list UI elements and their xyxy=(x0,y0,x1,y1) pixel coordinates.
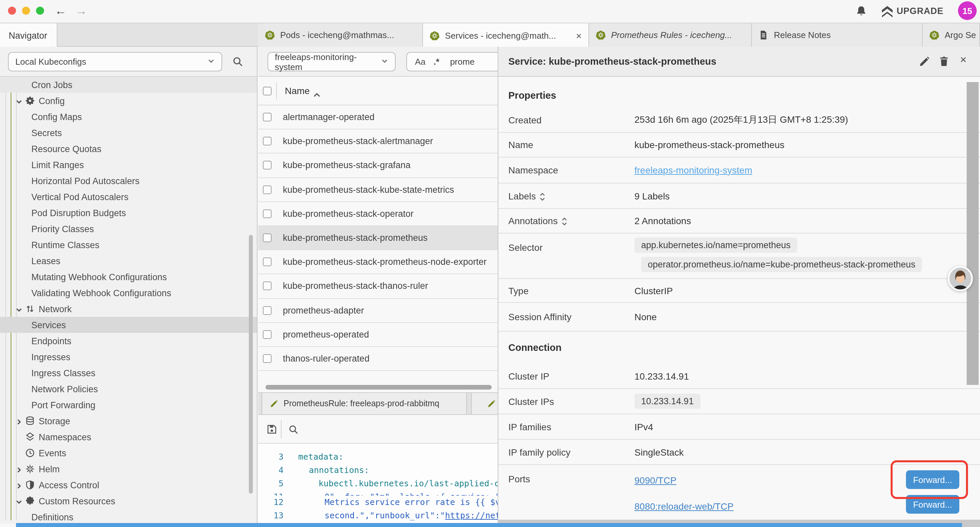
chevron-right-icon[interactable] xyxy=(15,481,23,489)
row-checkbox[interactable] xyxy=(263,137,272,146)
gear-icon xyxy=(25,96,35,105)
tab-pods-icecheng-mathmas[interactable]: Pods - icecheng@mathmas... xyxy=(258,23,423,47)
chevron-down-icon[interactable] xyxy=(15,305,23,312)
cluster-ips-label: Cluster IPs xyxy=(498,396,635,407)
back-arrow-icon[interactable]: ← xyxy=(55,3,67,18)
sidebar-item-label: Resource Quotas xyxy=(0,144,102,154)
avatar[interactable] xyxy=(947,266,973,291)
row-checkbox[interactable] xyxy=(263,306,272,315)
save-icon[interactable] xyxy=(267,424,277,434)
sidebar-item-runtime-classes[interactable]: Runtime Classes xyxy=(0,237,257,253)
sidebar-item-network[interactable]: Network xyxy=(0,301,257,317)
name-column-header[interactable]: Name xyxy=(285,85,310,96)
notification-badge[interactable]: 15 xyxy=(958,2,977,20)
row-checkbox[interactable] xyxy=(263,354,272,363)
sidebar-item-namespaces[interactable]: Namespaces xyxy=(0,429,257,445)
table-horizontal-scrollbar[interactable] xyxy=(266,385,492,390)
close-icon[interactable]: × xyxy=(960,53,970,64)
sidebar-item-leases[interactable]: Leases xyxy=(0,253,257,269)
sidebar-item-secrets[interactable]: Secrets xyxy=(0,125,257,141)
toolbar-divider xyxy=(281,420,282,438)
sidebar-item-resource-quotas[interactable]: Resource Quotas xyxy=(0,141,257,157)
upgrade-button[interactable]: UPGRADE xyxy=(897,6,943,16)
sidebar-item-vertical-pod-autoscalers[interactable]: Vertical Pod Autoscalers xyxy=(0,189,257,205)
row-checkbox[interactable] xyxy=(263,258,272,266)
helm-icon xyxy=(25,464,35,474)
sidebar-item-endpoints[interactable]: Endpoints xyxy=(0,333,257,349)
service-name: kube-prometheus-stack-prometheus-node-ex… xyxy=(272,257,487,267)
sidebar-item-network-policies[interactable]: Network Policies xyxy=(0,381,257,397)
sidebar-item-ingresses[interactable]: Ingresses xyxy=(0,349,257,365)
expand-collapse-icon[interactable] xyxy=(562,217,567,225)
chevron-down-icon[interactable] xyxy=(15,97,23,104)
code-url-link[interactable]: https://net xyxy=(445,510,500,520)
editor-tab-prometheusrule[interactable]: PrometheusRule: freeleaps-prod-rabbitmq xyxy=(261,393,467,414)
sidebar-item-mutating-webhook-configurations[interactable]: Mutating Webhook Configurations xyxy=(0,269,257,285)
service-details-panel: Service: kube-prometheus-stack-prometheu… xyxy=(498,47,980,524)
tab-services-icecheng-math[interactable]: Services - icecheng@math...× xyxy=(423,23,589,47)
match-case-icon[interactable]: Aa xyxy=(415,57,426,67)
sidebar-item-limit-ranges[interactable]: Limit Ranges xyxy=(0,157,257,173)
sidebar-item-port-forwarding[interactable]: Port Forwarding xyxy=(0,397,257,413)
forward-arrow-icon[interactable]: → xyxy=(75,3,88,18)
row-checkbox[interactable] xyxy=(263,161,272,170)
close-window-light[interactable] xyxy=(8,7,16,15)
row-checkbox[interactable] xyxy=(263,113,272,121)
sidebar-item-events[interactable]: Events xyxy=(0,445,257,461)
tab-argo-se[interactable]: Argo Se xyxy=(923,23,980,47)
sidebar-item-config-maps[interactable]: Config Maps xyxy=(0,109,257,125)
sidebar-item-horizontal-pod-autoscalers[interactable]: Horizontal Pod Autoscalers xyxy=(0,173,257,189)
sidebar-item-ingress-classes[interactable]: Ingress Classes xyxy=(0,365,257,381)
editor-search-icon[interactable] xyxy=(288,424,299,435)
port-link-8080[interactable]: 8080:reloader-web/TCP xyxy=(635,501,733,512)
selector-chip: operator.prometheus.io/name=kube-prometh… xyxy=(641,257,922,272)
kubernetes-icon xyxy=(596,30,606,40)
trash-icon[interactable] xyxy=(939,56,949,67)
tab-navigator[interactable]: Navigator xyxy=(0,23,57,47)
sidebar-search-icon[interactable] xyxy=(232,56,243,67)
minimize-window-light[interactable] xyxy=(22,7,30,15)
property-row-selector: Selector app.kubernetes.io/name=promethe… xyxy=(498,234,980,279)
sidebar-item-services[interactable]: Services xyxy=(0,317,257,333)
bell-icon[interactable] xyxy=(855,5,867,18)
sidebar-item-storage[interactable]: Storage xyxy=(0,413,257,429)
ip-family-policy-value: SingleStack xyxy=(635,447,684,457)
maximize-window-light[interactable] xyxy=(36,7,44,15)
sort-ascending-icon[interactable] xyxy=(313,88,321,93)
tab-prometheus-rules-icecheng[interactable]: Prometheus Rules - icecheng... xyxy=(589,23,752,47)
sidebar-scrollbar[interactable] xyxy=(249,235,253,494)
sidebar-item-priority-classes[interactable]: Priority Classes xyxy=(0,221,257,237)
sidebar-item-access-control[interactable]: Access Control xyxy=(0,477,257,493)
row-checkbox[interactable] xyxy=(263,185,272,194)
select-all-checkbox[interactable] xyxy=(263,87,272,96)
regex-icon[interactable]: .* xyxy=(434,57,439,67)
namespace-link[interactable]: freeleaps-monitoring-system xyxy=(635,165,752,175)
sidebar-item-config[interactable]: Config xyxy=(0,93,257,109)
port-link-9090[interactable]: 9090/TCP xyxy=(635,475,676,486)
edit-icon[interactable] xyxy=(919,56,930,67)
close-tab-icon[interactable]: × xyxy=(570,30,582,41)
upgrade-icon[interactable] xyxy=(881,5,894,18)
row-checkbox[interactable] xyxy=(263,209,272,218)
sidebar-item-helm[interactable]: Helm xyxy=(0,461,257,477)
namespace-select[interactable]: freeleaps-monitoring-system xyxy=(267,52,396,72)
chevron-down-icon[interactable] xyxy=(15,497,23,505)
chevron-right-icon[interactable] xyxy=(15,465,23,473)
sidebar-item-label: Priority Classes xyxy=(0,224,94,234)
kubeconfig-select[interactable]: Local Kubeconfigs xyxy=(8,52,222,72)
sidebar-item-pod-disruption-budgets[interactable]: Pod Disruption Budgets xyxy=(0,205,257,221)
row-checkbox[interactable] xyxy=(263,282,272,291)
row-checkbox[interactable] xyxy=(263,330,272,339)
sidebar-item-definitions[interactable]: Definitions xyxy=(0,509,257,524)
service-name: kube-prometheus-stack-alertmanager xyxy=(272,137,433,146)
tab-release-notes[interactable]: Release Notes xyxy=(752,23,923,47)
service-name: kube-prometheus-stack-thanos-ruler xyxy=(272,281,428,291)
sidebar-item-custom-resources[interactable]: Custom Resources xyxy=(0,493,257,509)
puzzle-icon xyxy=(25,496,35,506)
sidebar-item-validating-webhook-configurations[interactable]: Validating Webhook Configurations xyxy=(0,285,257,301)
chevron-right-icon[interactable] xyxy=(15,417,23,425)
sidebar-item-cron-jobs[interactable]: Cron Jobs xyxy=(0,77,257,93)
expand-collapse-icon[interactable] xyxy=(540,192,546,200)
details-scrollbar[interactable] xyxy=(967,82,978,385)
row-checkbox[interactable] xyxy=(263,234,272,242)
